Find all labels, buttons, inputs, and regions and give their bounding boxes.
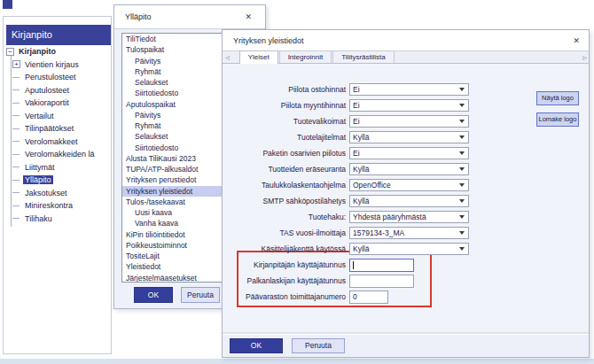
tree-branch-line	[12, 167, 20, 167]
sidebar-item-label: Kirjanpito	[17, 47, 58, 56]
sidebar-item-label: Minireskontra	[23, 201, 74, 210]
close-icon[interactable]: ✕	[573, 36, 589, 45]
field-label: Tuotelajitelmat	[223, 133, 349, 142]
form-row-tuotelajitelmat: TuotelajitelmatKyllä	[223, 129, 589, 145]
lomake-logo-button[interactable]: Lomake logo	[536, 112, 579, 127]
sidebar-item-label: Ylläpito	[23, 175, 53, 184]
kirjanpitäjän-käyttäjätunnus-input[interactable]	[349, 259, 414, 272]
select-value: Kyllä	[350, 133, 459, 142]
field-label: Tuotteiden eräseuranta	[223, 165, 349, 174]
dropdown-arrow-icon[interactable]	[459, 167, 465, 171]
piilota-myyntihinnat-select[interactable]: Ei	[349, 99, 469, 112]
form-row-palkanlaskijan-käyttäjätunnus: Palkanlaskijan käyttäjätunnus	[223, 273, 589, 289]
cancel-button[interactable]: Peruuta	[181, 287, 220, 303]
cancel-button[interactable]: Peruuta	[292, 338, 345, 353]
expand-icon[interactable]: +	[12, 60, 20, 68]
tree-branch-line	[12, 218, 20, 219]
tree-branch-line	[12, 180, 20, 181]
sidebar-item-vakioraportit[interactable]: Vakioraportit	[4, 97, 111, 110]
tuotteiden-eräseuranta-select[interactable]: Kyllä	[349, 163, 469, 175]
sidebar-item-jaksotukset[interactable]: Jaksotukset	[4, 187, 111, 200]
maintenance-dialog-title: Ylläpito	[114, 12, 152, 21]
tab-tilitysrästilista[interactable]: Tilitysrästilista	[332, 50, 394, 63]
form-row-käsittelijäkenttä-käytössä: Käsittelijäkenttä käytössäKyllä	[223, 241, 589, 257]
app-icon	[3, 0, 12, 9]
form-row-piilota-ostohinnat: Piilota ostohinnatEi	[223, 81, 589, 97]
field-label: Piilota ostohinnat	[223, 85, 349, 94]
maintenance-dialog-titlebar: Ylläpito ✕	[114, 5, 265, 29]
sidebar-item-tilinpäätökset[interactable]: Tilinpäätökset	[4, 122, 111, 136]
select-value: Kyllä	[350, 244, 459, 253]
dropdown-arrow-icon[interactable]	[459, 88, 465, 91]
tree-branch-line	[12, 77, 20, 78]
dropdown-arrow-icon[interactable]	[459, 120, 465, 123]
form-row-tuotevalikoimat: TuotevalikoimatEi	[223, 113, 589, 129]
tree-branch-line	[12, 192, 20, 193]
dropdown-arrow-icon[interactable]	[459, 231, 465, 235]
tabs: YleisetIntegroinnitTilitysrästilista	[239, 50, 395, 63]
text-cursor	[353, 261, 354, 269]
sidebar-item-verolomakkeet[interactable]: Verolomakkeet	[4, 136, 111, 149]
dropdown-arrow-icon[interactable]	[459, 247, 465, 251]
form-row-tuotteiden-eräseuranta: Tuotteiden eräseurantaKyllä	[223, 161, 589, 177]
sidebar-item-verolomakkeiden-lä[interactable]: Verolomakkeiden lä	[4, 148, 111, 161]
sidebar-item-vientien-kirjaus[interactable]: +Vientien kirjaus	[4, 58, 111, 72]
tuotevalikoimat-select[interactable]: Ei	[349, 115, 469, 128]
sidebar-item-aputulosteet[interactable]: Aputulosteet	[4, 84, 111, 97]
select-value: Ei	[350, 149, 459, 158]
collapse-icon[interactable]: −	[6, 48, 14, 56]
sidebar-item-vertailut[interactable]: Vertailut	[4, 110, 111, 123]
taulukkolaskentaohjelma-select[interactable]: OpenOffice	[349, 179, 469, 191]
company-dialog-body: Piilota ostohinnatEiPiilota myyntihinnat…	[223, 64, 589, 334]
sidebar-item-label: Tilihaku	[23, 214, 54, 223]
tree-branch-line	[12, 128, 20, 129]
form-row-paketin-osarivien-piilotus: Paketin osarivien piilotusEi	[223, 145, 589, 161]
dropdown-arrow-icon[interactable]	[459, 215, 465, 219]
form-row-päävaraston-toimittajanumero: Päävaraston toimittajanumero0	[223, 289, 589, 305]
company-dialog-titlebar: Yrityksen yleistiedot ✕	[223, 30, 589, 51]
dropdown-arrow-icon[interactable]	[459, 199, 465, 203]
close-icon[interactable]: ✕	[245, 12, 265, 21]
sidebar-item-perustulosteet[interactable]: Perustulosteet	[4, 71, 111, 84]
dropdown-arrow-icon[interactable]	[459, 183, 465, 187]
tab-integroinnit[interactable]: Integroinnit	[279, 50, 332, 63]
field-label: Tuotevalikoimat	[223, 117, 349, 126]
dropdown-arrow-icon[interactable]	[459, 151, 465, 155]
form-row-tuotehaku: Tuotehaku:Yhdestä pääryhmästä	[223, 209, 589, 225]
dropdown-arrow-icon[interactable]	[459, 104, 465, 107]
company-dialog-footer: OK Peruuta	[223, 334, 589, 357]
company-settings-dialog: Yrityksen yleistiedot ✕ ◁ YleisetIntegro…	[222, 29, 590, 358]
logo-buttons: Näytä logoLomake logo	[536, 91, 579, 134]
ok-button[interactable]: OK	[134, 287, 173, 303]
näytä-logo-button[interactable]: Näytä logo	[536, 91, 579, 105]
smtp-sähköpostilähetys-select[interactable]: Kyllä	[349, 195, 469, 207]
select-value: Ei	[350, 85, 459, 94]
tab-scroll-right-icon[interactable]: ▷	[582, 54, 587, 60]
navigation-tree: −Kirjanpito+Vientien kirjausPerustuloste…	[4, 45, 111, 225]
sidebar-item-label: Vakioraportit	[23, 98, 71, 107]
piilota-ostohinnat-select[interactable]: Ei	[349, 83, 469, 96]
palkanlaskijan-käyttäjätunnus-input[interactable]	[349, 275, 414, 288]
field-label: Käsittelijäkenttä käytössä	[223, 244, 349, 253]
ok-button[interactable]: OK	[230, 338, 283, 353]
paketin-osarivien-piilotus-select[interactable]: Ei	[349, 147, 469, 159]
tab-yleiset[interactable]: Yleiset	[239, 50, 278, 64]
tab-scroll-left-icon[interactable]: ◁	[225, 54, 230, 60]
field-label: Paketin osarivien piilotus	[223, 149, 349, 158]
tuotehaku-select[interactable]: Yhdestä pääryhmästä	[349, 211, 469, 223]
sidebar-item-ylläpito[interactable]: Ylläpito	[4, 174, 111, 187]
sidebar-item-kirjanpito[interactable]: −Kirjanpito	[4, 45, 111, 58]
sidebar-item-liittymät[interactable]: Liittymät	[4, 161, 111, 174]
käsittelijäkenttä-käytössä-select[interactable]: Kyllä	[349, 243, 469, 255]
tas-vuosi-ilmoittaja-select[interactable]: 1579134-3_MA	[349, 227, 469, 239]
sidebar-item-label: Jaksotukset	[23, 189, 69, 197]
sidebar-item-tilihaku[interactable]: Tilihaku	[4, 213, 111, 226]
päävaraston-toimittajanumero-input[interactable]: 0	[349, 290, 388, 304]
tree-branch-line	[12, 115, 20, 116]
sidebar-item-minireskontra[interactable]: Minireskontra	[4, 199, 111, 213]
tuotelajitelmat-select[interactable]: Kyllä	[349, 131, 469, 143]
select-value: 1579134-3_MA	[350, 228, 459, 237]
field-label: Tuotehaku:	[223, 213, 349, 221]
company-dialog-title: Yrityksen yleistiedot	[223, 36, 304, 45]
dropdown-arrow-icon[interactable]	[459, 136, 465, 139]
